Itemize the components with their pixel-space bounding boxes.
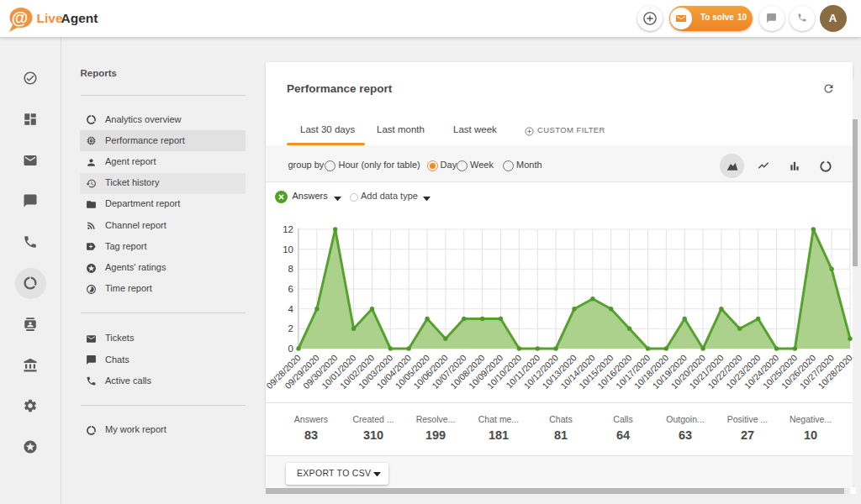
svg-text:0: 0: [288, 344, 293, 354]
svg-text:@: @: [12, 8, 29, 27]
svg-text:6: 6: [288, 284, 293, 294]
svg-text:12: 12: [283, 224, 293, 234]
svg-text:4: 4: [288, 304, 294, 314]
svg-text:Agent: Agent: [61, 11, 98, 25]
svg-text:Live: Live: [37, 11, 63, 25]
svg-text:2: 2: [288, 323, 293, 333]
svg-text:10: 10: [283, 244, 293, 255]
svg-text:8: 8: [288, 264, 293, 274]
